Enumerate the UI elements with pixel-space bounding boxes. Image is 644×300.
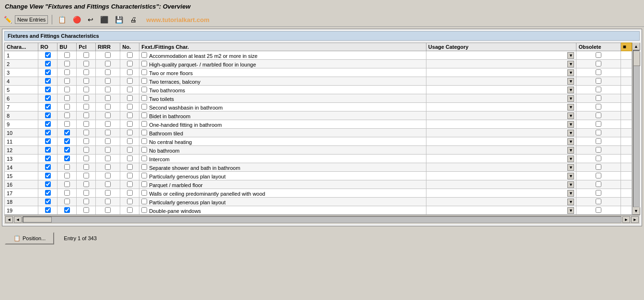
cell-bu-checkbox[interactable] <box>64 87 70 92</box>
cell-rirr-checkbox[interactable] <box>105 190 111 196</box>
obsolete-checkbox[interactable] <box>596 95 601 101</box>
cell-bu-checkbox[interactable] <box>64 112 70 118</box>
obsolete-checkbox[interactable] <box>596 207 601 213</box>
cell-no-checkbox[interactable] <box>127 78 133 84</box>
cell-pcl-checkbox[interactable] <box>83 112 89 118</box>
cell-rirr-checkbox[interactable] <box>105 121 111 127</box>
usage-dropdown-arrow[interactable]: ▼ <box>567 190 574 197</box>
cell-ro-checkbox[interactable] <box>45 190 51 196</box>
row-select-checkbox[interactable] <box>141 69 147 75</box>
row-select-checkbox[interactable] <box>141 61 147 67</box>
cell-pcl-checkbox[interactable] <box>83 95 89 101</box>
cell-bu-checkbox[interactable] <box>64 61 70 67</box>
cell-bu-checkbox[interactable] <box>64 104 70 110</box>
cell-rirr-checkbox[interactable] <box>105 130 111 135</box>
obsolete-checkbox[interactable] <box>596 147 601 153</box>
cell-no-checkbox[interactable] <box>127 104 133 110</box>
cell-pcl-checkbox[interactable] <box>83 164 89 170</box>
row-select-checkbox[interactable] <box>141 199 147 204</box>
cell-ro-checkbox[interactable] <box>45 130 51 135</box>
usage-dropdown-arrow[interactable]: ▼ <box>567 181 574 188</box>
cell-pcl-checkbox[interactable] <box>83 121 89 127</box>
cell-pcl-checkbox[interactable] <box>83 190 89 196</box>
cell-rirr-checkbox[interactable] <box>105 138 111 144</box>
row-select-checkbox[interactable] <box>141 173 147 178</box>
cell-rirr-checkbox[interactable] <box>105 78 111 84</box>
scroll-up-button[interactable]: ▲ <box>632 43 640 50</box>
cell-bu-checkbox[interactable] <box>64 181 70 187</box>
print-icon[interactable]: 🖨 <box>128 15 138 24</box>
cell-no-checkbox[interactable] <box>127 207 133 213</box>
row-select-checkbox[interactable] <box>141 164 147 170</box>
obsolete-checkbox[interactable] <box>596 104 601 110</box>
cell-rirr-checkbox[interactable] <box>105 199 111 204</box>
cell-ro-checkbox[interactable] <box>45 173 51 178</box>
cell-ro-checkbox[interactable] <box>45 164 51 170</box>
copy-icon[interactable]: 📋 <box>56 15 68 24</box>
cell-pcl-checkbox[interactable] <box>83 61 89 67</box>
usage-dropdown-arrow[interactable]: ▼ <box>567 69 574 76</box>
scroll-right2-button[interactable]: ► <box>631 216 639 223</box>
move-icon[interactable]: ⬛ <box>98 15 110 24</box>
cell-rirr-checkbox[interactable] <box>105 156 111 161</box>
cell-bu-checkbox[interactable] <box>64 190 70 196</box>
cell-ro-checkbox[interactable] <box>45 138 51 144</box>
row-select-checkbox[interactable] <box>141 156 147 161</box>
cell-bu-checkbox[interactable] <box>64 78 70 84</box>
usage-dropdown-arrow[interactable]: ▼ <box>567 156 574 162</box>
cell-no-checkbox[interactable] <box>127 130 133 135</box>
save-icon[interactable]: 💾 <box>113 15 125 24</box>
obsolete-checkbox[interactable] <box>596 164 601 170</box>
row-select-checkbox[interactable] <box>141 104 147 110</box>
cell-bu-checkbox[interactable] <box>64 199 70 204</box>
cell-rirr-checkbox[interactable] <box>105 87 111 92</box>
cell-pcl-checkbox[interactable] <box>83 104 89 110</box>
scroll-track[interactable] <box>633 50 640 207</box>
cell-rirr-checkbox[interactable] <box>105 181 111 187</box>
row-select-checkbox[interactable] <box>141 138 147 144</box>
cell-bu-checkbox[interactable] <box>64 52 70 58</box>
usage-dropdown-arrow[interactable]: ▼ <box>567 164 574 171</box>
row-select-checkbox[interactable] <box>141 121 147 127</box>
cell-rirr-checkbox[interactable] <box>105 207 111 213</box>
cell-ro-checkbox[interactable] <box>45 78 51 84</box>
row-select-checkbox[interactable] <box>141 190 147 196</box>
scroll-left2-button[interactable]: ◄ <box>14 216 22 223</box>
cell-pcl-checkbox[interactable] <box>83 52 89 58</box>
scroll-thumb[interactable] <box>633 52 640 66</box>
undo-icon[interactable]: ↩ <box>86 15 95 24</box>
cell-no-checkbox[interactable] <box>127 138 133 144</box>
cell-no-checkbox[interactable] <box>127 121 133 127</box>
cell-no-checkbox[interactable] <box>127 87 133 92</box>
cell-no-checkbox[interactable] <box>127 52 133 58</box>
cell-no-checkbox[interactable] <box>127 156 133 161</box>
row-select-checkbox[interactable] <box>141 130 147 135</box>
obsolete-checkbox[interactable] <box>596 199 601 204</box>
cell-ro-checkbox[interactable] <box>45 207 51 213</box>
cell-rirr-checkbox[interactable] <box>105 147 111 153</box>
cell-bu-checkbox[interactable] <box>64 130 70 135</box>
cell-pcl-checkbox[interactable] <box>83 181 89 187</box>
cell-rirr-checkbox[interactable] <box>105 69 111 75</box>
obsolete-checkbox[interactable] <box>596 138 601 144</box>
cell-ro-checkbox[interactable] <box>45 69 51 75</box>
cell-ro-checkbox[interactable] <box>45 87 51 92</box>
row-select-checkbox[interactable] <box>141 95 147 101</box>
usage-dropdown-arrow[interactable]: ▼ <box>567 173 574 179</box>
cell-bu-checkbox[interactable] <box>64 69 70 75</box>
cell-bu-checkbox[interactable] <box>64 121 70 127</box>
corner-icon[interactable]: ▦ <box>621 43 632 51</box>
cell-ro-checkbox[interactable] <box>45 147 51 153</box>
cell-pcl-checkbox[interactable] <box>83 87 89 92</box>
cell-rirr-checkbox[interactable] <box>105 104 111 110</box>
usage-dropdown-arrow[interactable]: ▼ <box>567 207 574 214</box>
obsolete-checkbox[interactable] <box>596 173 601 178</box>
obsolete-checkbox[interactable] <box>596 190 601 196</box>
obsolete-checkbox[interactable] <box>596 78 601 84</box>
h-scroll-track[interactable] <box>23 216 621 223</box>
cell-ro-checkbox[interactable] <box>45 104 51 110</box>
cell-rirr-checkbox[interactable] <box>105 61 111 67</box>
cell-pcl-checkbox[interactable] <box>83 199 89 204</box>
cell-rirr-checkbox[interactable] <box>105 95 111 101</box>
cell-no-checkbox[interactable] <box>127 190 133 196</box>
